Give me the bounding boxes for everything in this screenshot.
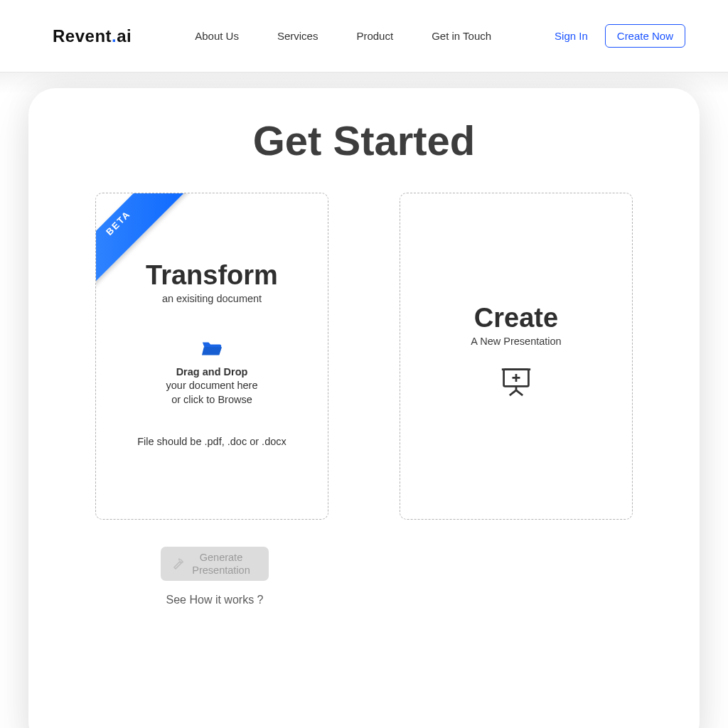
card-row: BETA Transform an exisiting document Dra… (71, 193, 657, 520)
create-card[interactable]: Create A New Presentation (400, 193, 633, 520)
nav-about[interactable]: About Us (195, 30, 239, 42)
dropzone-line3: or click to Browse (166, 393, 258, 407)
brand-tld: ai (117, 26, 132, 46)
transform-subtitle: an exisiting document (162, 293, 262, 304)
transform-actions: Generate Presentation See How it works ? (98, 547, 331, 606)
nav-contact[interactable]: Get in Touch (432, 30, 491, 42)
brand-name: Revent (53, 26, 112, 46)
file-hint: File should be .pdf, .doc or .docx (137, 436, 287, 447)
stage: Get Started BETA Transform an exisiting … (0, 73, 728, 728)
create-title: Create (474, 304, 558, 333)
create-now-button[interactable]: Create Now (605, 24, 685, 48)
beta-ribbon-label: BETA (104, 208, 133, 237)
svg-line-4 (516, 390, 523, 395)
brand-logo[interactable]: Revent.ai (53, 26, 132, 46)
page-title: Get Started (71, 117, 657, 164)
app-header: Revent.ai About Us Services Product Get … (0, 0, 728, 73)
presentation-icon (500, 365, 532, 397)
svg-line-3 (510, 390, 516, 395)
nav-product[interactable]: Product (356, 30, 393, 42)
folder-open-icon (201, 340, 223, 357)
generate-presentation-button[interactable]: Generate Presentation (161, 547, 268, 581)
main-panel: Get Started BETA Transform an exisiting … (28, 88, 700, 728)
magic-wand-icon (172, 558, 183, 569)
create-subtitle: A New Presentation (471, 336, 561, 347)
top-nav: About Us Services Product Get in Touch (132, 30, 555, 42)
transform-title: Transform (146, 262, 278, 290)
dropzone[interactable]: Drag and Drop your document here or clic… (166, 340, 258, 407)
auth-actions: Sign In Create Now (555, 24, 685, 48)
signin-link[interactable]: Sign In (555, 30, 588, 42)
generate-button-label: Generate Presentation (192, 551, 250, 577)
brand-dot: . (112, 26, 117, 46)
how-it-works-link[interactable]: See How it works ? (166, 594, 264, 606)
dropzone-line1: Drag and Drop (166, 365, 258, 380)
nav-services[interactable]: Services (277, 30, 318, 42)
transform-card[interactable]: BETA Transform an exisiting document Dra… (95, 193, 328, 520)
dropzone-line2: your document here (166, 379, 258, 393)
